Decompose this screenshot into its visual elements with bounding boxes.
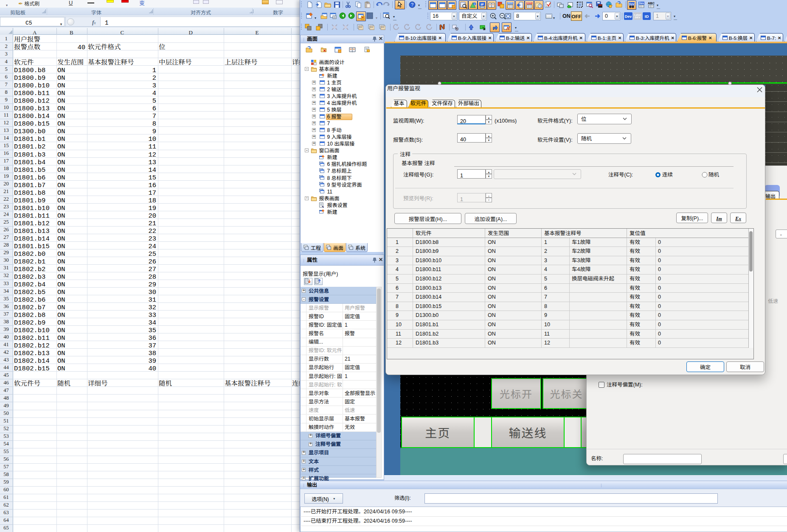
svg-text:DATA: DATA	[508, 2, 513, 4]
svg-text:DATA: DATA	[527, 2, 532, 4]
svg-text:i: i	[474, 2, 475, 6]
svg-text:Dev: Dev	[629, 3, 635, 6]
svg-text:ABC: ABC	[648, 1, 655, 5]
svg-text:Dev: Dev	[639, 2, 644, 5]
svg-text:IP: IP	[481, 3, 484, 6]
svg-text:?: ?	[411, 2, 413, 7]
